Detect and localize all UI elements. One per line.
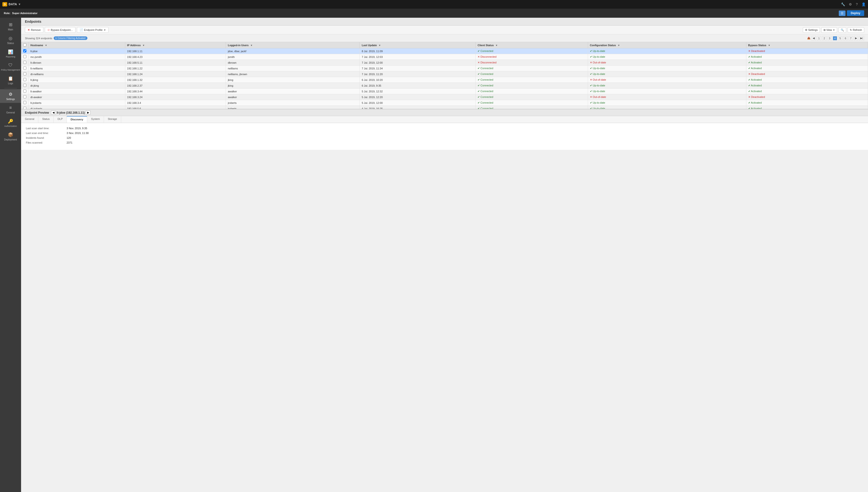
header-config-status[interactable]: Configuration Status ▼ [588, 42, 746, 48]
zoom-icons[interactable]: 🔍 [839, 27, 846, 33]
refresh-button[interactable]: ↻ Refresh [848, 27, 864, 33]
row-checkbox[interactable] [23, 67, 26, 70]
sidebar-item-policy[interactable]: 🛡 Policy Management [0, 60, 21, 73]
header-bypass-status[interactable]: Bypass Status ▼ [746, 42, 868, 48]
row-users: rwilliams [226, 66, 360, 71]
list-icon-btn[interactable]: ☰ [839, 10, 845, 16]
table-row[interactable]: dt-awaker192.168.3.24awalker5 Jul. 2019,… [21, 94, 868, 100]
header-users[interactable]: Logged-in Users ▼ [226, 42, 360, 48]
row-checkbox[interactable] [23, 61, 26, 64]
header-checkbox-col[interactable] [21, 42, 28, 48]
hostname-filter-icon[interactable]: ▼ [45, 44, 47, 47]
sidebar-item-authorization[interactable]: 🔑 Authorization [0, 116, 21, 130]
tab-discovery[interactable]: Discovery [67, 116, 88, 123]
row-checkbox[interactable] [23, 49, 26, 52]
table-row[interactable]: lt-rwilliams192.168.1.22rwilliams7 Jul. … [21, 66, 868, 71]
page-4[interactable]: 4 [833, 36, 837, 41]
row-checkbox-cell[interactable] [21, 100, 28, 106]
row-checkbox[interactable] [23, 95, 26, 98]
users-filter-icon[interactable]: ▼ [250, 44, 253, 47]
row-checkbox-cell[interactable] [21, 48, 28, 54]
sidebar-item-deployment[interactable]: 📦 Deployment [0, 130, 21, 143]
row-ip: 192.168.1.11 [125, 48, 226, 54]
sidebar-item-main[interactable]: ⊞ Main [0, 20, 21, 33]
row-checkbox[interactable] [23, 107, 26, 109]
row-checkbox-cell[interactable] [21, 89, 28, 94]
row-checkbox[interactable] [23, 101, 26, 104]
endpoint-profile-button[interactable]: 📄 Endpoint Profile ▼ [77, 27, 109, 33]
settings-icon: ⚙ [9, 92, 13, 97]
table-row[interactable]: mc-jsmith192.168.4.23jsmith7 Jul. 2019, … [21, 54, 868, 60]
export-icon[interactable]: 📤 [807, 36, 811, 40]
table-row[interactable]: dt-jking192.168.2.37jking6 Jul. 2019, 9:… [21, 83, 868, 89]
row-config-status: ✔ Up-to-date [588, 100, 746, 106]
table-row[interactable]: lt-jdoe192.168.1.11jdoe, dbar, jackf8 Ju… [21, 48, 868, 54]
remove-button[interactable]: ✕ Remove [25, 27, 43, 33]
table-row[interactable]: lt-jroberts192.168.3.4jroberts5 Jul. 201… [21, 100, 868, 106]
header-bar: Role: Super Administrator ☰ Deploy [0, 8, 868, 18]
row-checkbox-cell[interactable] [21, 106, 28, 109]
row-checkbox[interactable] [23, 90, 26, 93]
table-row[interactable]: dt-jroberts192.168.5.6jroberts4 Jul. 201… [21, 106, 868, 109]
user-icon[interactable]: 👤 [862, 2, 866, 6]
sidebar-item-status[interactable]: ◎ Status [0, 33, 21, 47]
header-hostname[interactable]: Hostname ▼ [28, 42, 125, 48]
settings-icon[interactable]: ⚙ [849, 2, 852, 6]
page-7[interactable]: 7 [849, 36, 853, 41]
preview-prev-btn[interactable]: ◀ [51, 110, 56, 115]
view-button[interactable]: ⊞ View ▼ [821, 27, 837, 33]
bypass-endpoint-button[interactable]: ⊘ Bypass Endpoint... [45, 27, 75, 33]
table-row[interactable]: lt-awalker192.168.3.44awalker5 Jul. 2019… [21, 89, 868, 94]
sidebar-item-logs[interactable]: 📋 Logs [0, 73, 21, 87]
tab-system[interactable]: System [87, 116, 104, 123]
page-5[interactable]: 5 [838, 36, 842, 41]
page-next[interactable]: ▶ [854, 36, 858, 41]
tab-general[interactable]: General [21, 116, 38, 123]
update-filter-icon[interactable]: ▼ [378, 44, 381, 47]
row-checkbox-cell[interactable] [21, 83, 28, 89]
page-6[interactable]: 6 [843, 36, 848, 41]
header-ip[interactable]: IP Address ▼ [125, 42, 226, 48]
client-filter-icon[interactable]: ▼ [495, 44, 498, 47]
header-update[interactable]: Last Update ▼ [360, 42, 476, 48]
page-prev[interactable]: ◀ [812, 36, 816, 41]
row-checkbox-cell[interactable] [21, 77, 28, 83]
wrench-icon[interactable]: 🔧 [841, 2, 845, 6]
row-checkbox[interactable] [23, 78, 26, 81]
row-checkbox-cell[interactable] [21, 71, 28, 77]
page-2[interactable]: 2 [822, 36, 826, 41]
toolbar: ✕ Remove ⊘ Bypass Endpoint... 📄 Endpoint… [21, 26, 868, 34]
table-row[interactable]: lt-dbrown192.168.5.11dbrown7 Jul. 2019, … [21, 60, 868, 66]
row-checkbox-cell[interactable] [21, 94, 28, 100]
filter-badge: ℹ Column Filtering Activated [54, 36, 87, 40]
config-filter-icon[interactable]: ▼ [618, 44, 620, 47]
page-1[interactable]: 1 [817, 36, 821, 41]
view-dropdown-icon: ▼ [833, 29, 835, 31]
table-row[interactable]: lt-jking192.168.1.32jking6 Jul. 2019, 10… [21, 77, 868, 83]
row-checkbox[interactable] [23, 55, 26, 58]
tab-dlp[interactable]: DLP [54, 116, 67, 123]
help-icon[interactable]: ? [856, 2, 858, 6]
bypass-filter-icon[interactable]: ▼ [768, 44, 770, 47]
row-checkbox[interactable] [23, 84, 26, 87]
sidebar-item-general[interactable]: ≡ General [0, 103, 21, 116]
preview-next-btn[interactable]: ▶ [86, 110, 91, 115]
deploy-button[interactable]: Deploy [847, 10, 864, 16]
last-page-icon[interactable]: ▶| [859, 36, 864, 41]
select-all-checkbox[interactable] [23, 43, 26, 46]
table-row[interactable]: dt-rwilliams192.168.1.24rwilliams, jbrow… [21, 71, 868, 77]
tab-status[interactable]: Status [38, 116, 54, 123]
row-checkbox-cell[interactable] [21, 54, 28, 60]
row-checkbox-cell[interactable] [21, 66, 28, 71]
sidebar-item-reporting[interactable]: 📊 Reporting [0, 47, 21, 60]
page-3[interactable]: 3 [827, 36, 832, 41]
settings-button[interactable]: ⚙ Settings [803, 27, 820, 33]
tab-storage[interactable]: Storage [104, 116, 121, 123]
sidebar-item-settings[interactable]: ⚙ Settings [0, 89, 21, 103]
row-checkbox-cell[interactable] [21, 60, 28, 66]
ip-filter-icon[interactable]: ▼ [142, 44, 145, 47]
endpoints-table-scroll[interactable]: Hostname ▼ IP Address ▼ Logged-in Users … [21, 42, 868, 109]
row-checkbox[interactable] [23, 72, 26, 75]
header-client-status[interactable]: Client Status ▼ [476, 42, 588, 48]
row-client-status: ✕ Disconnected [476, 54, 588, 60]
